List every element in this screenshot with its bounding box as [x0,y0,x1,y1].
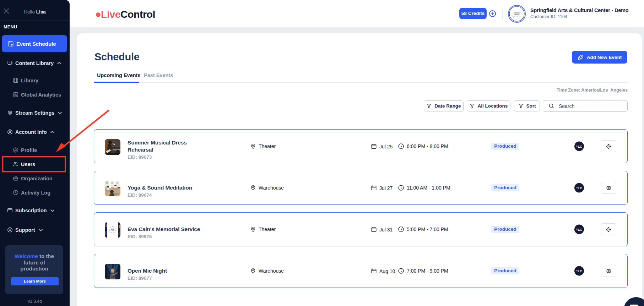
svg-text:SPRINGFIELD: SPRINGFIELD [513,16,521,17]
svg-text:CAIN: CAIN [111,230,114,231]
svg-text:center: center [514,13,519,16]
svg-text:EVA: EVA [111,228,114,230]
